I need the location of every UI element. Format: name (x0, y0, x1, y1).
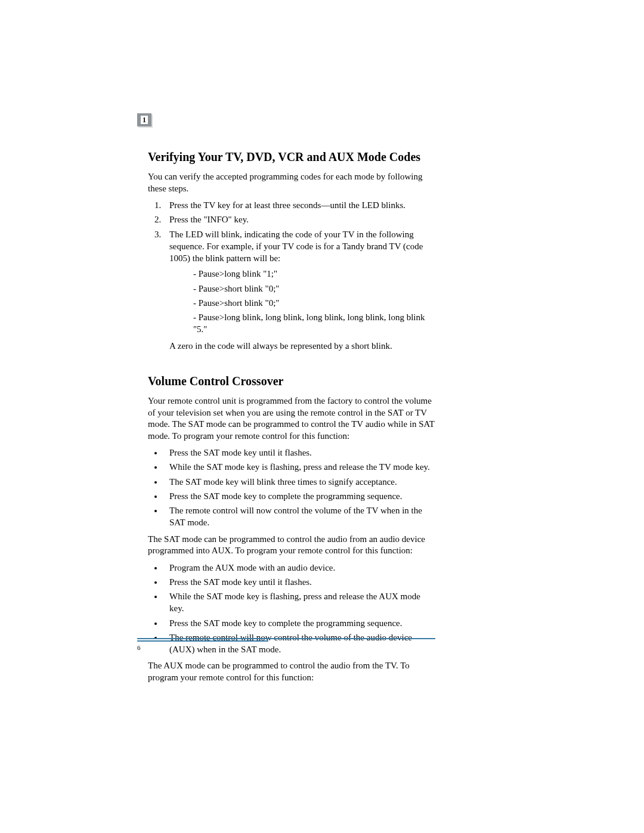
page-content: 1 Verifying Your TV, DVD, VCR and AUX Mo… (137, 113, 435, 688)
step-item: The LED will blink, indicating the code … (163, 228, 435, 336)
bullet-list: Press the SAT mode key until it flashes.… (148, 447, 435, 529)
step-item: Press the "INFO" key. (163, 213, 435, 225)
list-item: The SAT mode key will blink three times … (163, 476, 435, 488)
chapter-badge: 1 (137, 113, 151, 126)
list-item: The remote control will now control the … (163, 504, 435, 529)
list-item: Press the SAT mode key until it flashes. (163, 447, 435, 459)
section-heading-volume: Volume Control Crossover (148, 374, 435, 388)
body-text: You can verify the accepted programming … (148, 171, 435, 194)
sub-item: Pause>short blink "0;" (193, 283, 435, 295)
page-number: 6 (137, 644, 141, 651)
sub-item: Pause>short blink "0;" (193, 297, 435, 309)
list-item: Press the SAT mode key until it flashes. (163, 576, 435, 588)
list-item: Press the SAT mode key to complete the p… (163, 617, 435, 629)
step-text: The LED will blink, indicating the code … (169, 230, 423, 264)
sub-item: Pause>long blink, long blink, long blink… (193, 311, 435, 336)
sub-list: Pause>long blink "1;" Pause>short blink … (169, 268, 435, 335)
list-item: While the SAT mode key is flashing, pres… (163, 590, 435, 615)
sub-item: Pause>long blink "1;" (193, 268, 435, 280)
list-item: While the SAT mode key is flashing, pres… (163, 461, 435, 473)
body-text: A zero in the code will always be repres… (169, 340, 435, 352)
chapter-number: 1 (143, 116, 146, 125)
step-item: Press the TV key for at least three seco… (163, 199, 435, 211)
list-item: Press the SAT mode key to complete the p… (163, 490, 435, 502)
body-text: The AUX mode can be programmed to contro… (148, 660, 435, 683)
footer-rule (137, 638, 435, 642)
body-text: Your remote control unit is programmed f… (148, 395, 435, 442)
section-heading-verify: Verifying Your TV, DVD, VCR and AUX Mode… (148, 150, 435, 164)
list-item: Program the AUX mode with an audio devic… (163, 562, 435, 574)
ordered-steps: Press the TV key for at least three seco… (148, 199, 435, 336)
body-text: The SAT mode can be programmed to contro… (148, 534, 435, 557)
list-item: The remote control will now control the … (163, 631, 435, 656)
